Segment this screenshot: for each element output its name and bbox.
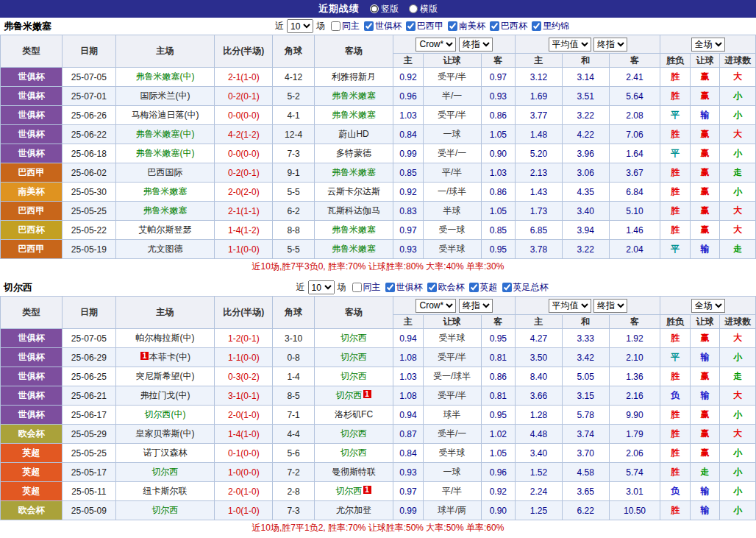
horizontal-radio[interactable] [409,4,418,13]
league-badge: 英超 [1,482,63,501]
result-outcome: 胜 [660,329,690,348]
avg-away-odds: 1.92 [609,329,660,348]
handicap-away-odds: 1.05 [481,125,516,144]
odds-time-select[interactable]: 终指 [459,38,493,52]
handicap-line: 球半 [423,406,481,425]
avg-select[interactable]: 平均值 [549,38,591,52]
checkbox-input[interactable] [352,283,362,292]
away-team: 切尔西 [314,348,393,367]
match-count-select[interactable]: 10 [308,280,335,294]
checkbox-input[interactable] [385,283,395,292]
score: 0-2(0-1) [215,163,273,183]
handicap-away-odds: 1.02 [481,425,516,444]
vertical-radio[interactable] [370,4,379,13]
odds-time-select[interactable]: 终指 [459,299,493,313]
handicap-home-odds: 0.97 [393,482,423,501]
layout-option-vertical[interactable]: 竖版 [370,3,399,15]
handicap-line: 半球 [423,202,481,221]
score: 1-1(0-0) [215,240,273,259]
team-name: 切尔西 [152,505,179,515]
away-team: 切尔西1 [314,482,393,501]
avg-time-select[interactable]: 终指 [593,38,627,52]
handicap-line: 受半球 [423,240,481,259]
sub-col-avg-draw: 和 [562,315,609,329]
result-handicap: 赢 [690,144,719,163]
filter-checkbox-英足总杯[interactable]: 英足总杯 [499,281,549,294]
home-team: 切尔西(中) [115,406,215,425]
checkbox-input[interactable] [331,21,340,31]
avg-select[interactable]: 平均值 [549,299,591,313]
table-header-top: 类型 日期 主场 比分(半场) 角球 客场 Crow* 终指 平均值 终指 全场 [1,297,756,315]
layout-option-horizontal[interactable]: 横版 [409,3,438,15]
avg-draw-odds: 3.22 [562,106,609,125]
match-date: 25-05-17 [62,463,115,482]
team-name: 弗鲁米嫩塞 [332,224,376,235]
result-outcome: 胜 [660,221,690,240]
avg-home-odds: 4.48 [516,425,563,444]
league-badge: 巴西甲 [1,240,63,259]
filter-checkbox-世俱杯[interactable]: 世俱杯 [361,20,402,32]
result-handicap: 输 [690,348,719,367]
handicap-home-odds: 0.83 [393,202,423,221]
filter-checkbox-巴西甲[interactable]: 巴西甲 [403,20,443,32]
col-score: 比分(半场) [215,297,273,329]
filter-checkbox-同主[interactable]: 同主 [328,20,360,32]
bookmaker-select[interactable]: Crow* [416,299,456,313]
avg-time-select[interactable]: 终指 [593,299,627,313]
avg-group-header: 平均值 终指 [516,297,660,315]
result-handicap: 输 [690,240,719,259]
match-row: 世俱杯 25-07-05 帕尔梅拉斯(中) 1-2(0-1) 3-10 切尔西 … [1,329,756,348]
col-date: 日期 [62,297,115,329]
avg-draw-odds: 5.78 [562,406,609,425]
checkbox-input[interactable] [469,283,479,292]
result-handicap: 赢 [690,68,719,87]
filter-checkbox-同主[interactable]: 同主 [349,281,381,294]
avg-draw-odds: 3.51 [562,87,609,106]
match-date: 25-07-05 [62,68,115,87]
filter-checkbox-巴西杯[interactable]: 巴西杯 [487,20,527,32]
away-team: 蔚山HD [314,125,393,144]
score: 1-2(0-1) [215,329,273,348]
away-team: 尤尔加登 [314,501,393,520]
filter-checkbox-世俱杯[interactable]: 世俱杯 [382,281,423,294]
match-row: 英超 25-05-17 切尔西 1-0(0-0) 7-2 曼彻斯特联 0.93 … [1,463,756,482]
section-head: 弗鲁米嫩塞 近 10 场 同主世俱杯巴西甲南美杯巴西杯里约锦 [0,18,756,35]
match-date: 25-06-18 [62,144,115,163]
col-date: 日期 [62,35,115,68]
avg-away-odds: 7.06 [609,125,660,144]
away-team: 弗鲁米嫩塞 [314,163,393,183]
avg-draw-odds: 3.96 [562,144,609,163]
checkbox-input[interactable] [364,21,374,31]
result-outcome: 胜 [660,87,690,106]
filter-checkbox-欧会杯[interactable]: 欧会杯 [424,281,465,294]
filter-checkbox-英超[interactable]: 英超 [466,281,498,294]
league-badge: 世俱杯 [1,406,63,425]
away-team: 弗鲁米嫩塞 [314,221,393,240]
league-badge: 巴西杯 [1,221,63,240]
checkbox-input[interactable] [532,21,541,31]
team-name: 曼彻斯特联 [332,467,376,477]
checkbox-input[interactable] [502,283,512,292]
avg-home-odds: 1.43 [516,183,563,202]
bookmaker-select[interactable]: Crow* [416,38,456,52]
corner-stat: 12-4 [273,125,315,144]
scope-select[interactable]: 全场 [691,38,725,52]
checkbox-input[interactable] [490,21,499,31]
team-name: 弗拉门戈(中) [140,390,190,400]
league-badge: 英超 [1,444,63,463]
checkbox-input[interactable] [406,21,416,31]
checkbox-input[interactable] [427,283,437,292]
filter-checkbox-group: 同主世俱杯欧会杯英超英足总杯 [349,281,549,294]
avg-away-odds: 3.01 [609,482,660,501]
handicap-line: 受一/球半 [423,367,481,386]
scope-select[interactable]: 全场 [691,299,725,313]
filter-checkbox-里约锦[interactable]: 里约锦 [529,20,569,32]
corner-stat: 5-5 [273,183,315,202]
away-team: 切尔西 [314,329,393,348]
team-name: 切尔西 [340,447,367,458]
result-handicap: 赢 [690,87,719,106]
filter-checkbox-南美杯[interactable]: 南美杯 [445,20,485,32]
handicap-home-odds: 0.96 [393,87,423,106]
checkbox-input[interactable] [448,21,457,31]
match-count-select[interactable]: 10 [287,19,313,33]
